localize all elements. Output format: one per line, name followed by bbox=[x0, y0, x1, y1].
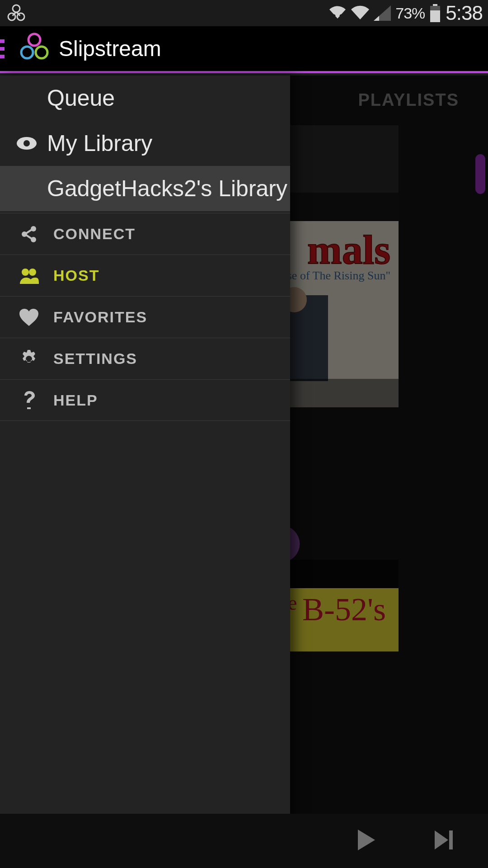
share-icon bbox=[18, 225, 40, 243]
drawer-label: HELP bbox=[53, 392, 98, 409]
battery-icon bbox=[429, 4, 441, 22]
drawer-item-help[interactable]: HELP bbox=[0, 379, 290, 421]
drawer-item-host[interactable]: HOST bbox=[0, 255, 290, 296]
drawer-item-queue[interactable]: Queue bbox=[0, 75, 290, 121]
app-header: Slipstream bbox=[0, 26, 488, 73]
svg-point-8 bbox=[36, 47, 47, 58]
signal-icon bbox=[374, 5, 391, 21]
app-logo-icon bbox=[18, 32, 51, 66]
svg-rect-5 bbox=[430, 10, 440, 22]
drawer-item-my-library[interactable]: My Library bbox=[0, 121, 290, 166]
app-title: Slipstream bbox=[59, 36, 161, 61]
drawer-item-external-library[interactable]: GadgetHacks2's Library bbox=[0, 166, 290, 211]
battery-percent: 73% bbox=[395, 5, 425, 22]
album-cover-text: mals bbox=[307, 226, 390, 274]
drawer-label: HOST bbox=[53, 267, 99, 284]
svg-point-25 bbox=[29, 269, 36, 276]
android-status-bar: 73% 5:38 bbox=[0, 0, 488, 26]
eye-icon bbox=[16, 137, 37, 150]
album-cover-text: e B-52's bbox=[288, 591, 386, 628]
heart-icon bbox=[18, 309, 40, 326]
question-icon bbox=[18, 391, 40, 409]
svg-rect-26 bbox=[449, 830, 453, 849]
menu-toggle-icon[interactable] bbox=[0, 39, 5, 58]
svg-point-7 bbox=[21, 47, 33, 58]
navigation-drawer: Queue My Library GadgetHacks2's Library … bbox=[0, 75, 290, 868]
svg-rect-3 bbox=[433, 4, 437, 6]
gear-icon bbox=[18, 350, 40, 368]
wifi-icon bbox=[351, 5, 369, 21]
player-bar bbox=[0, 814, 488, 868]
people-icon bbox=[18, 268, 40, 284]
scrollbar-thumb[interactable] bbox=[475, 154, 485, 194]
drawer-item-settings[interactable]: SETTINGS bbox=[0, 338, 290, 379]
svg-point-6 bbox=[28, 34, 40, 46]
triskelion-notif-icon bbox=[5, 2, 27, 24]
svg-point-20 bbox=[23, 140, 30, 146]
next-track-button[interactable] bbox=[432, 828, 456, 854]
wifi-sync-icon bbox=[328, 5, 347, 21]
drawer-label: GadgetHacks2's Library bbox=[47, 175, 287, 202]
drawer-label: Queue bbox=[47, 85, 115, 111]
drawer-label: CONNECT bbox=[53, 225, 136, 243]
tab-playlists[interactable]: PLAYLISTS bbox=[358, 90, 459, 110]
drawer-label: SETTINGS bbox=[53, 350, 137, 368]
drawer-item-connect[interactable]: CONNECT bbox=[0, 213, 290, 255]
drawer-label: My Library bbox=[47, 130, 152, 156]
status-clock: 5:38 bbox=[446, 2, 483, 24]
drawer-label: FAVORITES bbox=[53, 308, 147, 326]
svg-point-0 bbox=[13, 5, 20, 12]
play-button[interactable] bbox=[353, 828, 378, 854]
drawer-item-favorites[interactable]: FAVORITES bbox=[0, 296, 290, 338]
svg-point-24 bbox=[22, 269, 29, 276]
